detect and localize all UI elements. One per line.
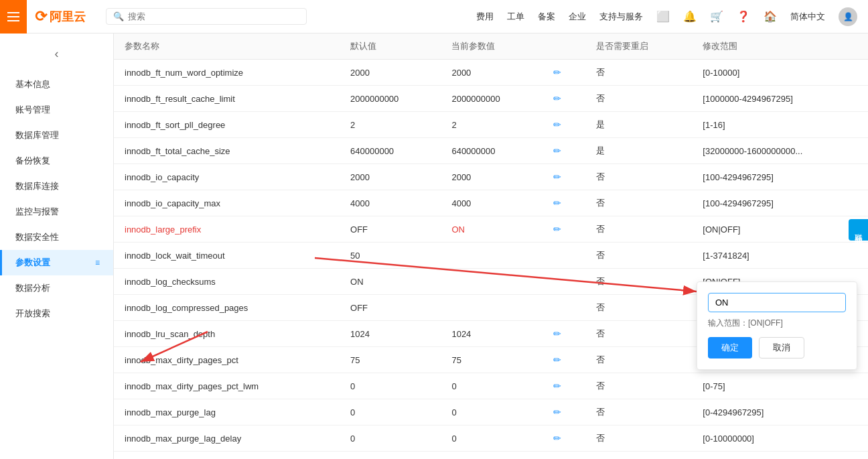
- current-value-cell: [441, 243, 542, 269]
- edit-cell[interactable]: ✏: [542, 190, 585, 216]
- edit-cell[interactable]: ✏: [542, 321, 585, 347]
- edit-cell[interactable]: ✏: [542, 373, 585, 399]
- nav-fees[interactable]: 费用: [476, 11, 494, 23]
- current-value-cell: 2000: [441, 164, 542, 190]
- current-value-cell: 2000: [441, 60, 542, 86]
- sidebar-item-db-connection[interactable]: 数据库连接: [0, 174, 113, 199]
- bell-icon[interactable]: 🔔: [683, 10, 697, 23]
- edit-cell[interactable]: ✏: [542, 425, 585, 452]
- range-value: [1000000-4294967295]: [692, 86, 868, 112]
- logo-icon: ⟳: [35, 8, 47, 25]
- table-row: innodb_ft_total_cache_size 640000000 640…: [114, 138, 868, 164]
- edit-cell[interactable]: ✏: [542, 216, 585, 243]
- edit-cell[interactable]: ✏: [542, 399, 585, 425]
- edit-icon[interactable]: ✏: [553, 433, 561, 444]
- restart-flag: 否: [585, 164, 693, 190]
- edit-icon[interactable]: ✏: [553, 119, 561, 130]
- restart-flag: 否: [585, 399, 693, 425]
- help-icon[interactable]: ❓: [737, 10, 750, 23]
- edit-icon[interactable]: ✏: [553, 407, 561, 417]
- search-input[interactable]: [128, 11, 299, 21]
- sidebar-item-label: 数据分析: [15, 283, 50, 293]
- sidebar-item-account-mgmt[interactable]: 账号管理: [0, 97, 113, 123]
- table-row: innodb_ft_num_word_optimize 2000 2000 ✏ …: [114, 60, 868, 86]
- restart-flag: 否: [585, 321, 693, 347]
- restart-flag: 否: [585, 86, 693, 112]
- sidebar-item-param-settings[interactable]: 参数设置 ≡: [0, 250, 113, 275]
- sidebar-back-button[interactable]: ‹: [0, 40, 113, 72]
- edit-cell: [542, 243, 585, 269]
- cancel-button[interactable]: 取消: [759, 337, 804, 358]
- sidebar-item-label: 数据库管理: [15, 130, 59, 140]
- edit-cell: [542, 295, 585, 321]
- range-value: [32000000-1600000000...: [692, 138, 868, 164]
- range-value: [0-75]: [692, 373, 868, 399]
- range-value: [1-16]: [692, 112, 868, 138]
- edit-icon[interactable]: ✏: [553, 67, 561, 78]
- range-value: [100-4294967295]: [692, 190, 868, 216]
- restart-flag: 否: [585, 216, 693, 243]
- sidebar-item-label: 账号管理: [15, 105, 50, 115]
- edit-icon[interactable]: ✏: [553, 93, 561, 104]
- screen-icon[interactable]: ⬜: [656, 10, 670, 23]
- edit-cell[interactable]: ✏: [542, 60, 585, 86]
- edit-cell[interactable]: ✏: [542, 164, 585, 190]
- param-name: innodb_ft_num_word_optimize: [114, 60, 340, 86]
- sidebar-item-label: 参数设置: [15, 257, 50, 269]
- sidebar-item-db-mgmt[interactable]: 数据库管理: [0, 123, 113, 148]
- current-value-cell: 2: [441, 112, 542, 138]
- nav-enterprise[interactable]: 企业: [569, 11, 586, 23]
- sidebar-item-label: 基本信息: [15, 79, 50, 89]
- sidebar-item-basic-info[interactable]: 基本信息: [0, 72, 113, 97]
- edit-cell[interactable]: ✏: [542, 138, 585, 164]
- confirm-button[interactable]: 确定: [708, 337, 752, 358]
- logo[interactable]: ⟳ 阿里云: [35, 8, 86, 25]
- edit-icon[interactable]: ✏: [553, 354, 561, 365]
- current-value-cell: [441, 295, 542, 321]
- avatar-img: 👤: [843, 12, 853, 21]
- search-icon: 🔍: [113, 11, 124, 21]
- param-name: innodb_ft_sort_pll_degree: [114, 112, 340, 138]
- restart-flag: 是: [585, 112, 693, 138]
- table-row: innodb_max_purge_lag 0 0 ✏ 否 [0-42949672…: [114, 399, 868, 425]
- search-bar[interactable]: 🔍: [106, 8, 307, 25]
- default-value: 2000000000: [340, 86, 441, 112]
- list-icon: ≡: [95, 258, 100, 267]
- sidebar-item-monitor-alarm[interactable]: 监控与报警: [0, 199, 113, 224]
- param-name: innodb_max_purge_lag_delay: [114, 425, 340, 452]
- sidebar-item-opensearch[interactable]: 开放搜索: [0, 301, 113, 326]
- sidebar-item-data-analysis[interactable]: 数据分析: [0, 275, 113, 301]
- restart-flag: 否: [585, 373, 693, 399]
- edit-icon[interactable]: ✏: [553, 198, 561, 208]
- popup-input[interactable]: [708, 293, 846, 312]
- current-value-cell: 4000: [441, 190, 542, 216]
- sidebar-item-backup-restore[interactable]: 备份恢复: [0, 148, 113, 174]
- sidebar-item-data-security[interactable]: 数据安全性: [0, 224, 113, 250]
- edit-icon[interactable]: ✏: [553, 381, 561, 391]
- avatar[interactable]: 👤: [839, 7, 857, 26]
- current-value-cell: 1024: [441, 321, 542, 347]
- table-row: innodb_ft_result_cache_limit 2000000000 …: [114, 86, 868, 112]
- edit-icon[interactable]: ✏: [553, 224, 561, 235]
- default-value: 4000: [340, 190, 441, 216]
- edit-icon[interactable]: ✏: [553, 172, 561, 182]
- edit-cell[interactable]: ✏: [542, 86, 585, 112]
- default-value: 1024: [340, 321, 441, 347]
- edit-icon[interactable]: ✏: [553, 145, 561, 156]
- main-content: 参数名称 默认值 当前参数值 是否需要重启 修改范围 innodb_ft_num…: [114, 34, 868, 459]
- cart-icon[interactable]: 🛒: [710, 10, 723, 23]
- home-icon[interactable]: 🏠: [764, 10, 777, 23]
- nav-icp[interactable]: 备案: [538, 11, 555, 23]
- range-value: [1-3741824]: [692, 243, 868, 269]
- range-value: [0-4294967295]: [692, 399, 868, 425]
- nav-support[interactable]: 支持与服务: [599, 11, 643, 23]
- nav-ticket[interactable]: 工单: [507, 11, 524, 23]
- edit-cell[interactable]: ✏: [542, 112, 585, 138]
- edit-cell[interactable]: ✏: [542, 347, 585, 373]
- hamburger-menu[interactable]: [0, 0, 27, 34]
- edit-icon[interactable]: ✏: [553, 328, 561, 339]
- restart-flag: 否: [585, 347, 693, 373]
- table-row: innodb_lock_wait_timeout 50 否 [1-3741824…: [114, 243, 868, 269]
- contact-bar[interactable]: 联系我们: [849, 219, 868, 241]
- nav-lang[interactable]: 简体中文: [790, 11, 825, 23]
